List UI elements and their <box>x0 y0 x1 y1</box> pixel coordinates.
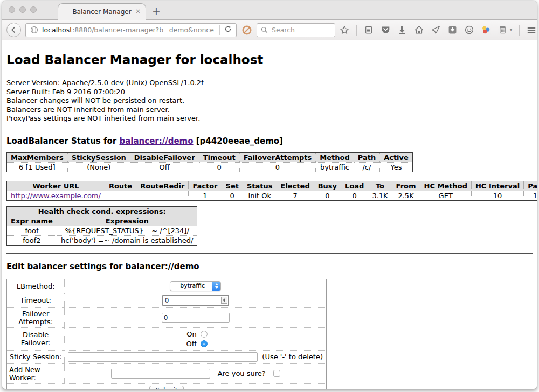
number-spinner-icon[interactable] <box>221 297 227 304</box>
select-stepper-icon <box>212 282 220 291</box>
server-version: Server Version: Apache/2.5.0-dev (Unix) … <box>6 79 533 88</box>
sticky-session-hint: (Use '-' to delete) <box>262 353 323 361</box>
browser-window: Balancer Manager × + localhost:8880/bala… <box>2 1 537 389</box>
colored-dots-icon[interactable] <box>481 25 490 35</box>
table-cell: 0 <box>314 191 341 200</box>
failover-off-radio[interactable] <box>201 340 208 347</box>
zoom-window-button[interactable] <box>30 6 37 13</box>
table-cell: Off <box>130 162 199 172</box>
table-cell <box>105 191 136 200</box>
table-cell: Init Ok <box>243 191 277 200</box>
download-panel-icon[interactable] <box>447 25 457 35</box>
table-cell: 6 [1 Used] <box>7 162 68 172</box>
column-header: Method <box>316 152 354 162</box>
close-window-button[interactable] <box>9 6 15 13</box>
add-worker-input[interactable] <box>111 369 210 379</box>
column-header: From <box>392 181 420 191</box>
urlbar-separator <box>219 25 220 35</box>
table-title: Health check cond. expressions: <box>7 206 197 216</box>
balancer-demo-link[interactable]: balancer://demo <box>119 136 193 146</box>
column-header: HC Interval <box>471 181 523 191</box>
submit-button[interactable]: Submit <box>149 386 184 389</box>
search-input[interactable] <box>271 25 331 34</box>
new-tab-button[interactable]: + <box>152 5 161 17</box>
column-header: Path <box>354 152 379 162</box>
table-cell: %{REQUEST_STATUS} =~ /^[234]/ <box>57 226 197 235</box>
table-cell: 0 <box>341 191 368 200</box>
column-header: Expression <box>57 216 197 226</box>
notice-proxypass: ProxyPass settings are NOT inherited fro… <box>6 114 533 123</box>
lbmethod-select[interactable]: bytraffic <box>170 281 221 291</box>
container-panel-icon[interactable] <box>497 25 507 35</box>
worker-table: Worker URLRouteRouteRedirFactorSetStatus… <box>6 181 537 201</box>
reload-icon[interactable] <box>223 25 233 34</box>
failover-on-radio[interactable] <box>201 331 208 338</box>
bookmark-star-icon[interactable] <box>340 25 349 35</box>
lbmethod-selected-value: bytraffic <box>170 282 212 291</box>
column-header: Status <box>243 181 277 191</box>
notice-persist: Balancer changes will NOT be persisted o… <box>6 96 533 106</box>
table-cell: Yes <box>380 162 413 172</box>
sticky-session-input[interactable] <box>68 352 258 362</box>
disable-failover-row: Disable Failover: On Off <box>7 327 327 350</box>
tab-balancer-manager[interactable]: Balancer Manager × <box>58 3 146 20</box>
table-cell: foof2 <box>7 235 57 245</box>
url-bar[interactable]: localhost:8880/balancer-manager?b=demo&n… <box>25 23 237 37</box>
sticky-session-label: Sticky Session: <box>7 350 65 363</box>
timeout-input[interactable] <box>162 295 229 306</box>
table-cell: 0 <box>199 162 239 172</box>
column-header: Active <box>380 152 413 162</box>
table-cell: /c/ <box>354 162 379 172</box>
column-header: DisableFailover <box>130 152 199 162</box>
timeout-row: Timeout: <box>7 293 327 307</box>
minimize-window-button[interactable] <box>19 6 26 13</box>
tab-bar: Balancer Manager × + <box>2 1 537 20</box>
table-cell: 2.5K <box>392 191 420 200</box>
table-row: foof2hc('body') =~ /domain is establishe… <box>7 235 197 245</box>
lbmethod-label: LBmethod: <box>7 279 65 293</box>
worker-url-link[interactable]: http://www.example.com/ <box>11 192 101 200</box>
image-block-icon[interactable] <box>241 24 252 36</box>
are-you-sure-checkbox[interactable] <box>273 370 280 377</box>
feedback-smiley-icon[interactable] <box>464 25 474 35</box>
table-cell: 0 <box>222 191 243 200</box>
table-cell: 1 <box>189 191 222 200</box>
disable-failover-label: Disable Failover: <box>7 327 65 350</box>
failover-attempts-input[interactable] <box>162 313 230 323</box>
column-header: Load <box>341 181 368 191</box>
column-header: Busy <box>314 181 341 191</box>
status-heading-prefix: LoadBalancer Status for <box>6 136 119 146</box>
timeout-label: Timeout: <box>7 293 65 307</box>
table-row: 6 [1 Used](None)Off00bytraffic/c/Yes <box>7 162 413 172</box>
close-tab-icon[interactable]: × <box>135 8 141 15</box>
column-header: Passes <box>524 181 537 191</box>
failover-attempts-label: Failover Attempts: <box>7 307 65 327</box>
table-cell: GET <box>420 191 471 200</box>
submit-row: Submit <box>7 383 327 389</box>
pocket-icon[interactable] <box>381 25 390 35</box>
home-icon[interactable] <box>414 25 424 35</box>
add-worker-row: Add New Worker: Are you sure? <box>7 363 327 383</box>
column-header: MaxMembers <box>7 152 68 162</box>
balancer-settings-form: LBmethod: bytraffic Timeout: <box>6 279 327 389</box>
table-row: foof%{REQUEST_STATUS} =~ /^[234]/ <box>7 226 197 235</box>
hamburger-menu-icon[interactable] <box>527 25 536 35</box>
are-you-sure-label: Are you sure? <box>218 369 266 377</box>
reading-list-icon[interactable] <box>364 25 374 35</box>
chevron-down-icon[interactable]: ▾ <box>510 27 512 32</box>
window-controls <box>9 6 37 13</box>
table-cell: foof <box>7 226 57 235</box>
search-bar[interactable] <box>257 23 335 37</box>
back-button[interactable] <box>6 23 21 37</box>
downloads-arrow-icon[interactable] <box>397 25 407 35</box>
sticky-session-row: Sticky Session: (Use '-' to delete) <box>7 350 327 363</box>
table-cell: bytraffic <box>316 162 354 172</box>
health-check-table: Health check cond. expressions:Expr name… <box>6 206 197 246</box>
balancer-status-table: MaxMembersStickySessionDisableFailoverTi… <box>6 152 413 172</box>
send-share-icon[interactable] <box>431 25 440 35</box>
table-cell: 1 (0) <box>524 191 537 200</box>
globe-icon[interactable] <box>29 25 39 35</box>
navigation-toolbar: localhost:8880/balancer-manager?b=demo&n… <box>2 20 537 40</box>
column-header: Elected <box>277 181 314 191</box>
tab-title: Balancer Manager <box>72 8 131 16</box>
